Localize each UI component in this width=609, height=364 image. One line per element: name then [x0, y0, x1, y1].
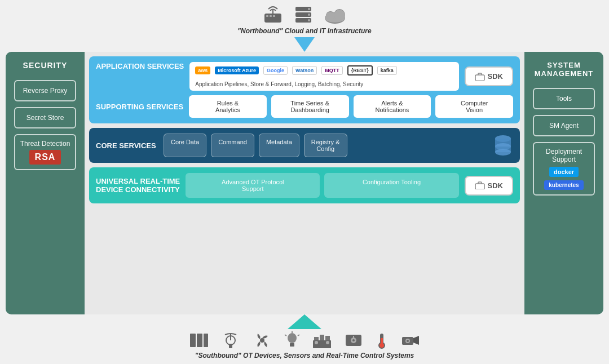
registry-config-label: Registry &Config	[311, 139, 340, 152]
metadata-label: Metadata	[266, 139, 292, 145]
svg-rect-24	[190, 334, 196, 347]
pipelines-text: Application Pipelines, Store & Forward, …	[195, 81, 363, 87]
aws-logo: aws	[195, 66, 210, 74]
svg-marker-51	[413, 336, 419, 345]
time-series-label: Time Series &Dashboarding	[290, 100, 329, 113]
bottom-icons	[189, 331, 420, 349]
center-content: APPLICATION SERVICES aws Microsoft Azure…	[85, 52, 524, 314]
registry-config-box: Registry &Config	[304, 134, 347, 157]
core-services-title: CORE SERVICES	[96, 141, 158, 150]
app-services-section: APPLICATION SERVICES aws Microsoft Azure…	[89, 56, 520, 123]
svg-point-41	[326, 341, 329, 344]
bottom-infrastructure: "Southbound" OT Devices, Sensors and Rea…	[189, 331, 420, 359]
system-management-panel: SYSTEM MANAGEMENT Tools SM Agent Deploym…	[524, 52, 603, 314]
docker-logo: docker	[549, 167, 579, 177]
svg-rect-3	[273, 15, 275, 17]
thermometer-icon	[375, 331, 389, 349]
device-boxes: Advanced OT ProtocolSupport Configuratio…	[186, 173, 458, 198]
mqtt-logo: MQTT	[321, 66, 343, 75]
computer-vision-label: ComputerVision	[461, 100, 488, 113]
supporting-services-boxes: Rules &Analytics Time Series &Dashboardi…	[189, 95, 513, 118]
svg-rect-29	[229, 344, 232, 348]
svg-line-35	[298, 335, 299, 336]
reverse-proxy-box: Reverse Proxy	[14, 80, 76, 101]
app-sdk-button[interactable]: SDK	[465, 66, 513, 86]
config-tooling-label: Configuration Tooling	[363, 179, 421, 185]
computer-vision-box: ComputerVision	[435, 95, 513, 118]
deployment-support-label: Deployment Support	[539, 148, 589, 163]
top-infrastructure: "Northbound" Cloud and IT Infrastructure	[237, 5, 371, 35]
svg-rect-26	[204, 334, 208, 347]
svg-rect-0	[264, 14, 281, 23]
tools-label: Tools	[556, 95, 572, 103]
device-connectivity-section: UNIVERSAL REAL-TIMEDEVICE CONNECTIVITY A…	[89, 167, 520, 203]
svg-point-15	[326, 12, 335, 20]
svg-rect-49	[381, 338, 383, 345]
rules-analytics-label: Rules &Analytics	[215, 100, 240, 113]
device-connectivity-title: UNIVERSAL REAL-TIMEDEVICE CONNECTIVITY	[96, 177, 180, 194]
security-panel: SECURITY Reverse Proxy Secret Store Thre…	[6, 52, 85, 314]
device-sdk-briefcase-icon	[475, 181, 485, 189]
rsa-logo: RSA	[29, 150, 61, 165]
security-title: SECURITY	[23, 61, 68, 70]
svg-point-30	[260, 338, 264, 343]
core-data-box: Core Data	[164, 134, 206, 157]
device-sdk-label: SDK	[488, 181, 503, 190]
camera-icon	[400, 332, 420, 348]
svg-rect-38	[320, 335, 324, 340]
top-infra-label: "Northbound" Cloud and IT Infrastructure	[237, 27, 371, 35]
database-icon	[493, 134, 513, 157]
plc-icon	[189, 331, 209, 349]
secret-store-box: Secret Store	[14, 107, 76, 128]
tech-logos-bar: aws Microsoft Azure Google Watson MQTT {…	[189, 62, 458, 91]
kafka-logo: kafka	[377, 66, 397, 75]
azure-logo: Microsoft Azure	[215, 66, 259, 74]
bulb-icon	[284, 331, 301, 349]
watson-logo: Watson	[292, 66, 317, 75]
device-sdk-button[interactable]: SDK	[465, 176, 513, 196]
arrow-down-top	[288, 37, 321, 52]
svg-rect-17	[475, 75, 484, 81]
svg-rect-37	[314, 337, 319, 340]
fan-icon	[252, 331, 272, 349]
command-label: Command	[218, 139, 247, 145]
system-management-title: SYSTEM MANAGEMENT	[530, 61, 598, 78]
secret-store-label: Secret Store	[27, 114, 64, 122]
supporting-services-title: SUPPORTING SERVICES	[96, 103, 183, 111]
svg-rect-23	[475, 184, 484, 189]
svg-rect-32	[290, 343, 294, 347]
metadata-box: Metadata	[259, 134, 299, 157]
svg-point-53	[407, 340, 409, 342]
svg-point-16	[334, 10, 345, 20]
svg-rect-25	[197, 334, 202, 347]
alerts-label: Alerts &Notifications	[375, 100, 409, 113]
rules-analytics-box: Rules &Analytics	[189, 95, 267, 118]
ot-protocol-box: Advanced OT ProtocolSupport	[186, 173, 320, 198]
app-services-title: APPLICATION SERVICES	[96, 62, 184, 70]
device-connectivity-header: UNIVERSAL REAL-TIMEDEVICE CONNECTIVITY	[96, 177, 180, 194]
svg-point-10	[308, 19, 310, 21]
time-series-box: Time Series &Dashboarding	[271, 95, 349, 118]
alerts-box: Alerts &Notifications	[354, 95, 431, 118]
deployment-support-box: Deployment Support docker kubernetes	[533, 142, 595, 196]
factory-icon	[312, 331, 332, 349]
app-services-header: APPLICATION SERVICES	[96, 62, 184, 70]
supporting-services-header: SUPPORTING SERVICES	[96, 103, 183, 111]
svg-point-22	[495, 149, 511, 156]
threat-detection-box: Threat Detection RSA	[14, 134, 76, 170]
svg-rect-39	[325, 336, 330, 340]
svg-point-31	[288, 333, 297, 343]
sensor-icon	[220, 331, 241, 349]
outer-wrapper: "Northbound" Cloud and IT Infrastructure…	[6, 5, 603, 359]
core-services-section: CORE SERVICES Core Data Command Metadata…	[89, 128, 520, 163]
app-sdk-label: SDK	[488, 72, 503, 81]
server-icon	[293, 5, 314, 25]
sm-agent-label: SM Agent	[549, 122, 579, 130]
svg-point-8	[308, 8, 310, 10]
reverse-proxy-label: Reverse Proxy	[23, 87, 68, 95]
router-icon	[262, 5, 284, 25]
threat-detection-label: Threat Detection	[20, 140, 70, 148]
svg-point-9	[308, 14, 310, 16]
arrow-up-bottom	[288, 314, 321, 329]
svg-rect-1	[266, 15, 268, 17]
